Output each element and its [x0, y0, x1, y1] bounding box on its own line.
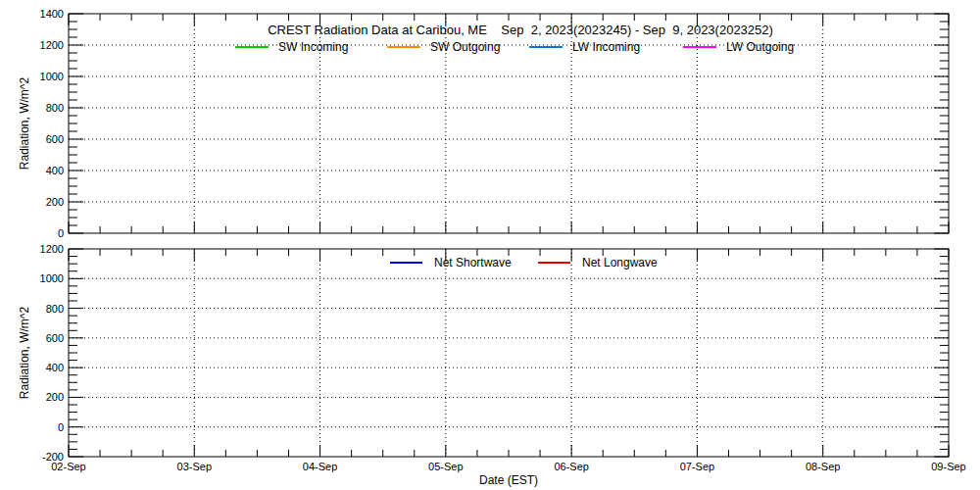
legend-label: SW Outgoing — [430, 40, 500, 54]
y-tick-label: 400 — [46, 362, 64, 373]
x-tick-label: 06-Sep — [554, 461, 588, 472]
y-tick-label: 600 — [46, 332, 64, 344]
legend-label: LW Outgoing — [726, 40, 794, 54]
y-tick-label: 1000 — [40, 71, 64, 82]
panel-frame — [69, 14, 949, 233]
chart-title: CREST Radiation Data at Caribou, ME Sep … — [268, 23, 773, 37]
legend-label: SW Incoming — [278, 40, 348, 54]
y-tick-label: 400 — [46, 165, 64, 176]
x-tick-label: 07-Sep — [680, 461, 714, 472]
y-tick-label: 200 — [46, 196, 64, 208]
y-axis-title-bottom: Radiation, W/m^2 — [18, 307, 31, 400]
y-tick-label: 1200 — [40, 39, 64, 51]
x-tick-label: 05-Sep — [428, 461, 463, 472]
x-tick-label: 08-Sep — [806, 461, 840, 472]
y-tick-label: 800 — [46, 102, 64, 114]
x-axis-title: Date (EST) — [479, 473, 538, 487]
radiation-chart: 0200400600800100012001400SW IncomingSW O… — [0, 0, 980, 490]
panel-frame — [69, 249, 949, 457]
y-tick-label: 200 — [46, 391, 64, 403]
x-tick-label: 03-Sep — [177, 461, 212, 472]
y-tick-label: 0 — [58, 227, 64, 239]
x-tick-label: 09-Sep — [931, 461, 965, 472]
y-tick-label: 0 — [58, 421, 64, 433]
y-tick-label: 1200 — [40, 243, 64, 255]
y-tick-label: 800 — [46, 303, 64, 315]
panel-net-radiation: -20002004006008001000120002-Sep03-Sep04-… — [40, 243, 966, 472]
x-tick-label: 04-Sep — [303, 461, 337, 472]
legend-label: LW Incoming — [572, 40, 640, 54]
panel-radiation-components: 0200400600800100012001400SW IncomingSW O… — [40, 8, 949, 239]
legend-label: Net Shortwave — [434, 256, 512, 270]
y-tick-label: 1000 — [40, 272, 64, 284]
y-tick-label: 600 — [46, 133, 64, 145]
x-tick-label: 02-Sep — [51, 461, 85, 472]
radiation-plot-window: 0200400600800100012001400SW IncomingSW O… — [0, 0, 980, 490]
legend-label: Net Longwave — [582, 256, 658, 270]
y-axis-title-top: Radiation, W/m^2 — [18, 77, 31, 171]
y-tick-label: 1400 — [40, 8, 64, 20]
